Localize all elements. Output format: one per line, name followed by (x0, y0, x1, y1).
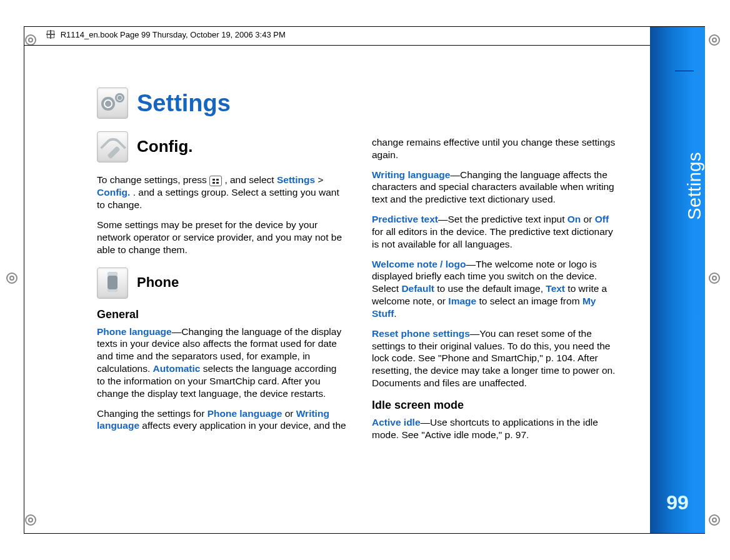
page-title: Settings (97, 88, 347, 119)
on-option: On (568, 214, 581, 224)
predictive-text-paragraph: Predictive text—Set the predictive text … (372, 213, 622, 250)
text-option: Text (546, 283, 565, 294)
gears-icon (97, 88, 128, 119)
intro-paragraph-2: Some settings may be preset for the devi… (97, 219, 347, 256)
config-heading: Config. (97, 131, 347, 162)
svg-rect-2 (212, 182, 215, 184)
left-column: Settings Config. To change settings, pre… (97, 88, 347, 504)
phone-language-paragraph: Phone language—Changing the language of … (97, 326, 347, 400)
settings-link: Settings (277, 174, 315, 185)
svg-rect-1 (216, 179, 219, 181)
svg-rect-0 (212, 179, 215, 181)
reset-phone-label: Reset phone settings (372, 328, 470, 339)
default-option: Default (401, 283, 434, 294)
wrench-icon (97, 131, 128, 162)
writing-language-label: Writing language (372, 169, 450, 180)
automatic-option: Automatic (153, 363, 201, 374)
side-tab-label: Settings (684, 152, 705, 220)
crop-mark-icon (6, 272, 18, 284)
config-heading-text: Config. (137, 136, 193, 157)
title-text: Settings (137, 88, 231, 119)
phone-language-label: Phone language (97, 326, 172, 337)
welcome-note-label: Welcome note / logo (372, 259, 466, 269)
framemaker-icon (47, 31, 54, 38)
menu-key-icon (209, 176, 222, 186)
welcome-note-paragraph: Welcome note / logo—The welcome note or … (372, 258, 622, 320)
continuation-paragraph: change remains effective until you chang… (372, 136, 622, 161)
svg-rect-3 (216, 182, 219, 184)
phone-heading: Phone (97, 268, 347, 299)
crop-mark-icon (709, 34, 720, 46)
phone-heading-text: Phone (137, 274, 179, 291)
crop-mark-icon (709, 514, 720, 526)
document-header: R1114_en.book Page 99 Thursday, October … (47, 30, 286, 39)
reset-phone-paragraph: Reset phone settings—You can reset some … (372, 328, 622, 389)
page-number: 99 (650, 491, 705, 514)
crop-mark-icon (25, 514, 36, 526)
right-column: change remains effective until you chang… (372, 88, 622, 504)
horizontal-rule (24, 45, 650, 46)
active-idle-label: Active idle (372, 417, 421, 428)
header-text: R1114_en.book Page 99 Thursday, October … (61, 30, 286, 39)
intro-paragraph-1: To change settings, press , and select S… (97, 174, 347, 211)
off-option: Off (595, 214, 609, 224)
crop-mark-icon (25, 34, 36, 46)
active-idle-paragraph: Active idle—Use shortcuts to application… (372, 416, 622, 441)
content: Settings Config. To change settings, pre… (97, 88, 622, 504)
general-heading: General (97, 308, 347, 322)
writing-language-paragraph: Writing language—Changing the language a… (372, 169, 622, 206)
side-tab: Settings 99 (650, 27, 705, 533)
idle-screen-heading: Idle screen mode (372, 398, 622, 412)
image-option: Image (448, 296, 476, 306)
predictive-text-label: Predictive text (372, 214, 438, 224)
phone-icon (97, 268, 128, 299)
changing-settings-paragraph: Changing the settings for Phone language… (97, 408, 347, 432)
config-link: Config. (97, 187, 130, 198)
crop-mark-icon (709, 272, 720, 284)
phone-language-label-2: Phone language (208, 408, 282, 419)
